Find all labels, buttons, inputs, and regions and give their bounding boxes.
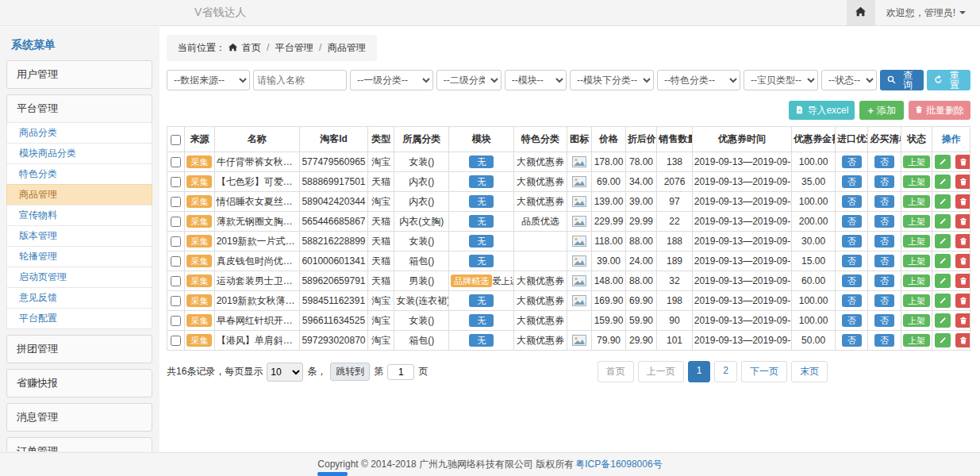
must-buy-toggle[interactable]: 否 bbox=[874, 294, 894, 308]
page-number-input[interactable] bbox=[387, 364, 414, 380]
import-excel-button[interactable]: 导入excel bbox=[789, 101, 855, 120]
sidebar-subitem[interactable]: 平台配置 bbox=[6, 308, 152, 329]
module-badge[interactable]: 品牌精选 bbox=[451, 274, 492, 288]
status-badge[interactable]: 上架 bbox=[903, 294, 930, 308]
row-checkbox[interactable] bbox=[171, 157, 181, 167]
module-badge[interactable]: 无 bbox=[469, 314, 494, 328]
page-button[interactable]: 末页 bbox=[791, 361, 828, 382]
icp-link[interactable]: 粤ICP备16098006号 bbox=[575, 458, 662, 471]
row-checkbox[interactable] bbox=[171, 217, 181, 227]
sidebar-subitem[interactable]: 意见反馈 bbox=[6, 287, 152, 309]
status-badge[interactable]: 上架 bbox=[903, 235, 930, 248]
imported-toggle[interactable]: 否 bbox=[842, 274, 862, 288]
delete-button[interactable] bbox=[955, 155, 970, 169]
row-checkbox[interactable] bbox=[171, 316, 181, 326]
delete-button[interactable] bbox=[955, 254, 970, 268]
batch-delete-button[interactable]: 批量删除 bbox=[909, 101, 970, 120]
row-checkbox[interactable] bbox=[171, 256, 181, 267]
status-badge[interactable]: 上架 bbox=[903, 175, 930, 189]
sidebar-item[interactable]: 省赚快报 bbox=[6, 369, 152, 397]
page-button[interactable]: 上一页 bbox=[638, 361, 684, 382]
sidebar-subitem[interactable]: 宣传物料 bbox=[6, 205, 152, 226]
breadcrumb-item-platform[interactable]: 平台管理 bbox=[275, 42, 313, 53]
edit-button[interactable] bbox=[935, 175, 951, 189]
module-badge[interactable]: 无 bbox=[469, 155, 494, 169]
edit-button[interactable] bbox=[935, 214, 951, 228]
sidebar-subitem[interactable]: 商品管理 bbox=[6, 184, 152, 205]
must-buy-toggle[interactable]: 否 bbox=[874, 334, 894, 347]
row-checkbox[interactable] bbox=[171, 197, 181, 207]
row-checkbox[interactable] bbox=[171, 276, 181, 286]
module-badge[interactable]: 无 bbox=[469, 195, 494, 209]
module-badge[interactable]: 无 bbox=[469, 294, 494, 308]
status-badge[interactable]: 上架 bbox=[903, 255, 930, 268]
sidebar-subitem[interactable]: 轮播管理 bbox=[6, 246, 152, 267]
imported-toggle[interactable]: 否 bbox=[842, 235, 862, 248]
filter-name-input[interactable] bbox=[253, 70, 347, 90]
must-buy-toggle[interactable]: 否 bbox=[874, 314, 894, 328]
must-buy-toggle[interactable]: 否 bbox=[874, 175, 894, 189]
imported-toggle[interactable]: 否 bbox=[842, 175, 862, 189]
edit-button[interactable] bbox=[935, 155, 951, 169]
sidebar-item[interactable]: 用户管理 bbox=[6, 60, 152, 89]
must-buy-toggle[interactable]: 否 bbox=[874, 274, 894, 288]
filter-select-status[interactable]: --状态-- bbox=[821, 70, 877, 90]
sidebar-item[interactable]: 消息管理 bbox=[6, 403, 152, 432]
must-buy-toggle[interactable]: 否 bbox=[874, 255, 894, 268]
jump-button[interactable]: 跳转到 bbox=[330, 363, 370, 381]
user-menu[interactable]: 欢迎您，管理员! bbox=[886, 6, 966, 20]
imported-toggle[interactable]: 否 bbox=[842, 294, 862, 308]
row-checkbox[interactable] bbox=[171, 236, 181, 247]
sidebar-item[interactable]: 拼团管理 bbox=[6, 335, 152, 363]
edit-button[interactable] bbox=[935, 274, 951, 288]
filter-select-module-subcategory[interactable]: --模块下分类-- bbox=[570, 70, 654, 90]
sidebar-subitem[interactable]: 版本管理 bbox=[6, 225, 152, 247]
module-badge[interactable]: 无 bbox=[469, 334, 494, 347]
edit-button[interactable] bbox=[935, 313, 951, 328]
delete-button[interactable] bbox=[955, 175, 970, 189]
status-badge[interactable]: 上架 bbox=[903, 155, 930, 169]
row-checkbox[interactable] bbox=[171, 336, 181, 346]
edit-button[interactable] bbox=[935, 294, 951, 308]
page-button[interactable]: 2 bbox=[714, 361, 737, 382]
delete-button[interactable] bbox=[955, 234, 970, 248]
page-button[interactable]: 下一页 bbox=[741, 361, 787, 382]
delete-button[interactable] bbox=[955, 294, 970, 308]
edit-button[interactable] bbox=[935, 194, 951, 209]
filter-select-level1-category[interactable]: --一级分类-- bbox=[350, 70, 433, 90]
module-badge[interactable]: 无 bbox=[469, 175, 494, 189]
row-checkbox[interactable] bbox=[171, 177, 181, 187]
breadcrumb-item-goods[interactable]: 商品管理 bbox=[328, 42, 366, 53]
imported-toggle[interactable]: 否 bbox=[842, 255, 862, 268]
sidebar-subitem[interactable]: 模块商品分类 bbox=[6, 143, 152, 164]
filter-select-feature-category[interactable]: --特色分类-- bbox=[657, 70, 740, 90]
imported-toggle[interactable]: 否 bbox=[842, 155, 862, 169]
delete-button[interactable] bbox=[955, 194, 970, 209]
status-badge[interactable]: 上架 bbox=[903, 195, 930, 209]
reset-button[interactable]: 重置 bbox=[927, 70, 970, 90]
sidebar-item[interactable]: 平台管理 bbox=[6, 94, 152, 123]
module-badge[interactable]: 无 bbox=[469, 235, 494, 248]
imported-toggle[interactable]: 否 bbox=[842, 215, 862, 228]
sidebar-subitem[interactable]: 特色分类 bbox=[6, 163, 152, 185]
delete-button[interactable] bbox=[955, 214, 970, 228]
delete-button[interactable] bbox=[955, 274, 970, 288]
filter-select-level2-category[interactable]: --二级分类-- bbox=[436, 70, 502, 90]
must-buy-toggle[interactable]: 否 bbox=[874, 235, 894, 248]
horizontal-scrollbar-thumb[interactable] bbox=[317, 472, 348, 476]
home-button[interactable] bbox=[847, 0, 875, 25]
edit-button[interactable] bbox=[935, 234, 951, 248]
must-buy-toggle[interactable]: 否 bbox=[874, 215, 894, 228]
row-checkbox[interactable] bbox=[171, 296, 181, 306]
page-button[interactable]: 首页 bbox=[598, 361, 634, 382]
filter-select-data-source[interactable]: --数据来源-- bbox=[167, 70, 250, 90]
edit-button[interactable] bbox=[935, 333, 951, 347]
status-badge[interactable]: 上架 bbox=[903, 215, 930, 228]
status-badge[interactable]: 上架 bbox=[903, 314, 930, 328]
delete-button[interactable] bbox=[955, 333, 970, 347]
page-size-select[interactable]: 10 bbox=[267, 363, 303, 382]
imported-toggle[interactable]: 否 bbox=[842, 195, 862, 209]
delete-button[interactable] bbox=[955, 313, 970, 328]
must-buy-toggle[interactable]: 否 bbox=[874, 155, 894, 169]
page-button[interactable]: 1 bbox=[688, 361, 711, 382]
